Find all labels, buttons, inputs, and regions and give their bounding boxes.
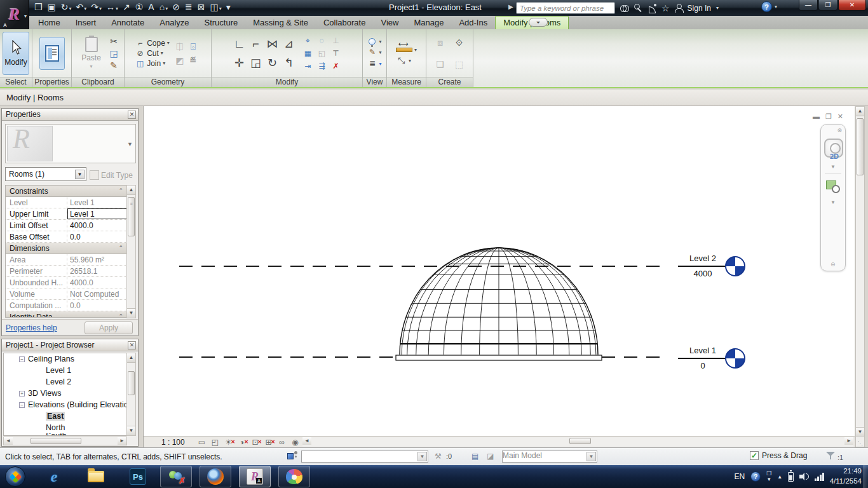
- filter-icon[interactable]: [826, 452, 835, 460]
- taskbar-revit-active[interactable]: RA: [239, 466, 271, 487]
- help-caret-icon[interactable]: ▾: [775, 4, 777, 10]
- sun-path-icon[interactable]: ☀: [224, 437, 233, 447]
- properties-palette-button[interactable]: [39, 37, 65, 70]
- modify-tool-button[interactable]: Modify: [3, 32, 29, 75]
- scroll-down-icon[interactable]: ▼: [856, 427, 864, 437]
- align-icon[interactable]: ∟: [234, 39, 245, 49]
- save-icon[interactable]: ▣: [48, 0, 57, 17]
- view-minimize-icon[interactable]: ▬: [813, 112, 820, 121]
- project-browser-title[interactable]: Project1 - Project Browser ✕: [2, 339, 138, 351]
- scrollbar-thumb[interactable]: ≡: [128, 197, 135, 236]
- ribbon-tab[interactable]: Structure: [197, 17, 246, 29]
- split-element-icon[interactable]: ⌖: [303, 36, 313, 45]
- tree-item[interactable]: Level 1: [4, 365, 126, 376]
- customize-qat-icon[interactable]: ▾: [226, 0, 231, 17]
- underlay-button[interactable]: ≣ ▾: [367, 59, 381, 68]
- cope-button[interactable]: ⌐ Cope ▾: [135, 39, 170, 48]
- demolish-icon[interactable]: ≝: [186, 55, 200, 65]
- view-close-icon[interactable]: ✕: [837, 112, 843, 121]
- search-binoculars-icon[interactable]: [620, 5, 629, 11]
- browser-hscrollbar[interactable]: ◄ ►: [3, 437, 127, 445]
- tree-expander-icon[interactable]: +: [19, 391, 25, 396]
- view-restore-icon[interactable]: ❐: [825, 112, 832, 121]
- project-browser-close-icon[interactable]: ✕: [128, 341, 136, 349]
- linework-button[interactable]: ✎ ▾: [367, 48, 381, 57]
- tray-window-icon[interactable]: ❐▾: [766, 471, 771, 482]
- rotate-icon[interactable]: ↻: [267, 58, 278, 68]
- text-icon[interactable]: A: [148, 0, 154, 17]
- user-icon[interactable]: [675, 4, 682, 12]
- measure-button[interactable]: ▾: [396, 47, 417, 53]
- scrollbar-thumb[interactable]: [128, 371, 135, 395]
- taskbar-internet-explorer[interactable]: e: [38, 466, 70, 487]
- split-with-gap-icon[interactable]: ◌: [317, 36, 327, 45]
- default-3d-view-icon[interactable]: ⌂▾: [159, 0, 168, 17]
- tree-item[interactable]: East: [4, 410, 126, 422]
- measure-icon[interactable]: ↔▾: [106, 0, 118, 17]
- create-similar-icon[interactable]: ⟐: [454, 37, 465, 48]
- properties-scrollbar[interactable]: ▲ ≡ ▼: [126, 185, 136, 318]
- scrollbar-thumb[interactable]: [569, 438, 591, 444]
- type-selector-caret-icon[interactable]: ▼: [127, 141, 133, 147]
- design-options-icon[interactable]: ▤: [471, 452, 478, 461]
- scroll-down-icon[interactable]: ▼: [127, 308, 135, 318]
- press-drag-checkbox[interactable]: ✓: [750, 451, 759, 460]
- level-1-name[interactable]: Level 1: [681, 346, 725, 355]
- offset-icon[interactable]: ⌐: [250, 39, 261, 49]
- mirror-draw-axis-icon[interactable]: ⊿: [283, 39, 294, 49]
- move-icon[interactable]: ✛: [234, 58, 245, 68]
- section-icon[interactable]: ⊘: [172, 0, 180, 17]
- zoom-caret-icon[interactable]: ▼: [831, 200, 836, 205]
- reveal-hidden-elements-icon[interactable]: ◉: [290, 437, 300, 447]
- worksets-combo[interactable]: ▼: [301, 451, 428, 463]
- network-signal-icon[interactable]: [815, 472, 824, 481]
- design-option-combo[interactable]: Main Model ▼: [502, 451, 597, 463]
- tree-expander-icon[interactable]: −: [19, 356, 25, 362]
- help-search-input[interactable]: Type a keyword or phrase: [516, 2, 615, 14]
- canvas-hscrollbar[interactable]: ◄ ►: [302, 437, 853, 447]
- minimize-button[interactable]: —: [799, 0, 818, 11]
- press-drag-control[interactable]: ✓ Press & Drag: [750, 451, 807, 460]
- scale-icon[interactable]: ◱: [317, 49, 327, 58]
- ribbon-tab[interactable]: Collaborate: [316, 17, 374, 29]
- crop-view-icon[interactable]: ⊡: [250, 437, 260, 447]
- battery-icon[interactable]: [788, 472, 794, 482]
- filter-selector-caret-icon[interactable]: ▼: [75, 170, 85, 179]
- redo-icon[interactable]: ↷▾: [91, 0, 102, 17]
- type-selector-preview[interactable]: R ▼: [5, 124, 136, 163]
- level-1-head[interactable]: Level 1 0: [681, 346, 747, 374]
- canvas-vscrollbar[interactable]: ▲ ▼ ⋱: [855, 106, 865, 447]
- tag-by-category-icon[interactable]: ①: [135, 0, 144, 17]
- close-hidden-windows-icon[interactable]: ⊠: [198, 0, 206, 17]
- maximize-button[interactable]: ❐: [818, 0, 837, 11]
- level-2-head[interactable]: Level 2 4000: [681, 254, 747, 281]
- open-file-icon[interactable]: ❒: [34, 0, 43, 17]
- shadows-icon[interactable]: ◑: [237, 437, 247, 447]
- join-geometry-button[interactable]: ◫ Join ▾: [135, 59, 170, 68]
- tree-expander-icon[interactable]: −: [19, 402, 25, 408]
- temporary-hide-isolate-icon[interactable]: ∞: [277, 437, 287, 447]
- sign-in-caret-icon[interactable]: ▾: [716, 5, 719, 11]
- scroll-up-icon[interactable]: ▲: [127, 353, 135, 363]
- scroll-left-icon[interactable]: ◄: [4, 437, 13, 445]
- properties-help-link[interactable]: Properties help: [6, 323, 57, 332]
- delete-icon[interactable]: ✗: [331, 62, 341, 71]
- filter-selector-combo[interactable]: Rooms (1) ▼: [5, 167, 86, 181]
- ribbon-tab[interactable]: Manage: [406, 17, 451, 29]
- switch-windows-icon[interactable]: ◫▾: [210, 0, 221, 17]
- scrollbar-thumb[interactable]: [31, 438, 81, 444]
- properties-palette-title[interactable]: Properties ✕: [2, 109, 138, 121]
- tree-item[interactable]: North: [4, 422, 126, 433]
- view-scale-button[interactable]: 1 : 100: [161, 438, 185, 447]
- navbar-minimize-icon[interactable]: ⊖: [831, 261, 836, 268]
- favorites-star-icon[interactable]: ☆: [661, 3, 670, 13]
- level-2-datum-symbol[interactable]: [725, 256, 745, 276]
- scroll-down-icon[interactable]: ▼: [127, 426, 135, 435]
- pin-icon[interactable]: ⊤: [331, 49, 341, 58]
- undo-icon[interactable]: ↶▾: [76, 0, 87, 17]
- sign-in-button[interactable]: Sign In: [688, 4, 711, 13]
- scroll-right-icon[interactable]: ►: [118, 437, 126, 445]
- worksets-caret-icon[interactable]: ▼: [417, 452, 427, 461]
- tree-item[interactable]: + 3D Views: [4, 388, 126, 399]
- design-option-caret-icon[interactable]: ▼: [587, 452, 596, 461]
